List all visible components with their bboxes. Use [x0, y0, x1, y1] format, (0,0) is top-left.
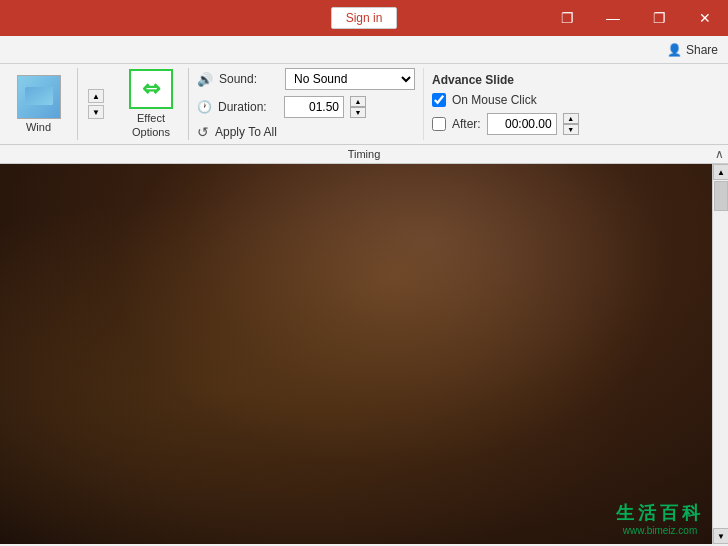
- apply-to-all-button[interactable]: Apply To All: [215, 125, 277, 139]
- apply-to-all-row: ↺ Apply To All: [197, 124, 415, 140]
- watermark-text: 生活百科: [616, 501, 704, 525]
- watermark-url: www.bimeiz.com: [623, 525, 697, 536]
- watermark: 生活百科 www.bimeiz.com: [616, 501, 704, 536]
- window-controls: ❐ — ❐ ✕: [544, 0, 728, 36]
- advance-slide-section: Advance Slide On Mouse Click After: ▲ ▼: [423, 68, 579, 140]
- svg-rect-1: [25, 87, 53, 105]
- scrollbar-thumb[interactable]: [714, 181, 728, 211]
- close-window-button[interactable]: ✕: [682, 0, 728, 36]
- collapse-ribbon-button[interactable]: ∧: [715, 147, 724, 161]
- ribbon-content: Wind ▲ ▼ ⇔ Effect Options 🔊 Sound: No: [0, 64, 728, 144]
- effect-options-section: ⇔ Effect Options: [114, 68, 189, 140]
- person-icon: 👤: [667, 43, 682, 57]
- wind-transition-icon[interactable]: [17, 75, 61, 119]
- slide-main: 生活百科 www.bimeiz.com: [0, 164, 712, 544]
- title-bar: Sign in ❐ — ❐ ✕: [0, 0, 728, 36]
- slide-scrollbar: ▲ ▼: [712, 164, 728, 544]
- slide-area: 生活百科 www.bimeiz.com ▲ ▼: [0, 164, 728, 544]
- after-input[interactable]: [487, 113, 557, 135]
- wind-section: Wind: [8, 68, 78, 140]
- duration-spinner: ▲ ▼: [350, 96, 366, 118]
- effect-options-icon[interactable]: ⇔: [129, 69, 173, 109]
- after-spinner: ▲ ▼: [563, 113, 579, 135]
- after-checkbox[interactable]: [432, 117, 446, 131]
- share-bar: 👤 Share: [0, 36, 728, 64]
- ribbon-footer: Timing ∧: [0, 144, 728, 163]
- after-row: After: ▲ ▼: [432, 113, 579, 135]
- wind-label: Wind: [26, 121, 51, 133]
- duration-label: Duration:: [218, 100, 278, 114]
- effect-options-label: Effect Options: [132, 111, 170, 140]
- apply-icon: ↺: [197, 124, 209, 140]
- clock-icon: 🕐: [197, 100, 212, 114]
- on-mouse-click-row: On Mouse Click: [432, 93, 579, 107]
- scroll-up-arrow[interactable]: ▲: [88, 89, 104, 103]
- minimize-window-button[interactable]: —: [590, 0, 636, 36]
- duration-up-button[interactable]: ▲: [350, 96, 366, 107]
- duration-row: 🕐 Duration: ▲ ▼: [197, 96, 415, 118]
- after-label: After:: [452, 117, 481, 131]
- on-mouse-click-checkbox[interactable]: [432, 93, 446, 107]
- sound-select[interactable]: No Sound: [285, 68, 415, 90]
- timing-controls: 🔊 Sound: No Sound 🕐 Duration: ▲ ▼ ↺ Appl…: [197, 68, 415, 140]
- duration-down-button[interactable]: ▼: [350, 107, 366, 118]
- advance-slide-title: Advance Slide: [432, 73, 579, 87]
- sound-icon: 🔊: [197, 72, 213, 87]
- after-down-button[interactable]: ▼: [563, 124, 579, 135]
- scrollbar-track: [713, 180, 728, 528]
- sign-in-button[interactable]: Sign in: [331, 7, 398, 29]
- scroll-up-button[interactable]: ▲: [713, 164, 728, 180]
- sound-row: 🔊 Sound: No Sound: [197, 68, 415, 90]
- slide-image: [0, 164, 712, 544]
- maximize-window-button[interactable]: ❐: [636, 0, 682, 36]
- sound-label: Sound:: [219, 72, 279, 86]
- scroll-down-arrow[interactable]: ▼: [88, 105, 104, 119]
- on-mouse-click-label: On Mouse Click: [452, 93, 537, 107]
- after-up-button[interactable]: ▲: [563, 113, 579, 124]
- arrows-icon: ⇔: [142, 76, 160, 102]
- restore-window-button[interactable]: ❐: [544, 0, 590, 36]
- ribbon: Wind ▲ ▼ ⇔ Effect Options 🔊 Sound: No: [0, 64, 728, 164]
- timing-section-label: Timing: [348, 148, 381, 160]
- share-label: Share: [686, 43, 718, 57]
- scroll-down-button[interactable]: ▼: [713, 528, 728, 544]
- duration-input[interactable]: [284, 96, 344, 118]
- share-button[interactable]: 👤 Share: [667, 43, 718, 57]
- scroll-arrows: ▲ ▼: [88, 68, 104, 140]
